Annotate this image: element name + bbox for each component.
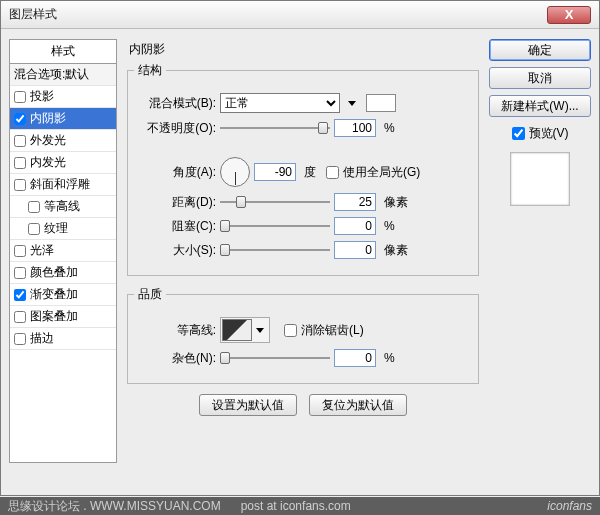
angle-label: 角度(A): <box>134 164 216 181</box>
style-row[interactable]: 光泽 <box>10 240 116 262</box>
distance-slider[interactable] <box>220 195 330 209</box>
style-row[interactable]: 内阴影 <box>10 108 116 130</box>
global-light-label: 使用全局光(G) <box>343 164 420 181</box>
style-label: 图案叠加 <box>30 308 112 325</box>
choke-label: 阻塞(C): <box>134 218 216 235</box>
style-checkbox[interactable] <box>14 135 26 147</box>
style-label: 内发光 <box>30 154 112 171</box>
structure-group: 结构 混合模式(B): 正常 不透明度(O): % <box>127 62 479 276</box>
style-label: 光泽 <box>30 242 112 259</box>
style-label: 颜色叠加 <box>30 264 112 281</box>
reset-default-button[interactable]: 复位为默认值 <box>309 394 407 416</box>
style-label: 投影 <box>30 88 112 105</box>
style-checkbox[interactable] <box>14 267 26 279</box>
style-row[interactable]: 外发光 <box>10 130 116 152</box>
distance-unit: 像素 <box>384 194 408 211</box>
layer-style-dialog: 图层样式 X 样式 混合选项:默认 投影内阴影外发光内发光斜面和浮雕等高线纹理光… <box>0 0 600 496</box>
style-row[interactable]: 内发光 <box>10 152 116 174</box>
style-row[interactable]: 斜面和浮雕 <box>10 174 116 196</box>
style-row[interactable]: 投影 <box>10 86 116 108</box>
contour-picker[interactable] <box>220 317 270 343</box>
quality-group: 品质 等高线: 消除锯齿(L) 杂色(N): % <box>127 286 479 384</box>
styles-list: 混合选项:默认 投影内阴影外发光内发光斜面和浮雕等高线纹理光泽颜色叠加渐变叠加图… <box>9 63 117 463</box>
style-label: 等高线 <box>44 198 112 215</box>
style-label: 纹理 <box>44 220 112 237</box>
style-checkbox[interactable] <box>14 245 26 257</box>
style-row[interactable]: 渐变叠加 <box>10 284 116 306</box>
size-label: 大小(S): <box>134 242 216 259</box>
blending-options-row[interactable]: 混合选项:默认 <box>10 64 116 86</box>
style-label: 内阴影 <box>30 110 112 127</box>
noise-label: 杂色(N): <box>134 350 216 367</box>
style-label: 渐变叠加 <box>30 286 112 303</box>
style-checkbox[interactable] <box>14 113 26 125</box>
style-label: 外发光 <box>30 132 112 149</box>
global-light-checkbox[interactable] <box>326 166 339 179</box>
cancel-button[interactable]: 取消 <box>489 67 591 89</box>
right-column: 确定 取消 新建样式(W)... 预览(V) <box>489 39 591 463</box>
angle-unit: 度 <box>304 164 316 181</box>
preview-checkbox[interactable] <box>512 127 525 140</box>
style-checkbox[interactable] <box>14 311 26 323</box>
footer-left: 思缘设计论坛 . WWW.MISSYUAN.COM <box>8 498 221 515</box>
window-title: 图层样式 <box>9 6 547 23</box>
dropdown-icon <box>348 101 356 106</box>
opacity-slider[interactable] <box>220 121 330 135</box>
style-checkbox[interactable] <box>14 289 26 301</box>
style-checkbox[interactable] <box>14 333 26 345</box>
distance-input[interactable] <box>334 193 376 211</box>
contour-label: 等高线: <box>134 322 216 339</box>
preview-swatch <box>510 152 570 206</box>
quality-legend: 品质 <box>134 286 166 303</box>
opacity-unit: % <box>384 121 395 135</box>
style-row[interactable]: 纹理 <box>10 218 116 240</box>
style-label: 描边 <box>30 330 112 347</box>
style-checkbox[interactable] <box>14 91 26 103</box>
structure-legend: 结构 <box>134 62 166 79</box>
antialias-label: 消除锯齿(L) <box>301 322 364 339</box>
style-checkbox[interactable] <box>28 223 40 235</box>
opacity-input[interactable] <box>334 119 376 137</box>
chevron-down-icon <box>256 328 264 333</box>
noise-unit: % <box>384 351 395 365</box>
settings-panel: 内阴影 结构 混合模式(B): 正常 不透明度(O): % <box>125 39 481 463</box>
styles-header: 样式 <box>9 39 117 63</box>
footer-mid: post at iconfans.com <box>241 499 351 513</box>
style-checkbox[interactable] <box>14 179 26 191</box>
size-slider[interactable] <box>220 243 330 257</box>
distance-label: 距离(D): <box>134 194 216 211</box>
angle-input[interactable] <box>254 163 296 181</box>
style-row[interactable]: 图案叠加 <box>10 306 116 328</box>
titlebar: 图层样式 X <box>1 1 599 29</box>
contour-icon <box>222 319 252 341</box>
ok-button[interactable]: 确定 <box>489 39 591 61</box>
footer-bar: 思缘设计论坛 . WWW.MISSYUAN.COM post at iconfa… <box>0 497 600 515</box>
noise-slider[interactable] <box>220 351 330 365</box>
preview-label: 预览(V) <box>529 125 569 142</box>
blend-mode-select[interactable]: 正常 <box>220 93 340 113</box>
blend-mode-label: 混合模式(B): <box>134 95 216 112</box>
choke-unit: % <box>384 219 395 233</box>
styles-column: 样式 混合选项:默认 投影内阴影外发光内发光斜面和浮雕等高线纹理光泽颜色叠加渐变… <box>9 39 117 463</box>
opacity-label: 不透明度(O): <box>134 120 216 137</box>
choke-input[interactable] <box>334 217 376 235</box>
footer-right: iconfans <box>547 499 592 513</box>
style-label: 斜面和浮雕 <box>30 176 112 193</box>
style-checkbox[interactable] <box>14 157 26 169</box>
choke-slider[interactable] <box>220 219 330 233</box>
style-row[interactable]: 描边 <box>10 328 116 350</box>
style-row[interactable]: 等高线 <box>10 196 116 218</box>
make-default-button[interactable]: 设置为默认值 <box>199 394 297 416</box>
size-input[interactable] <box>334 241 376 259</box>
angle-dial[interactable] <box>220 157 250 187</box>
panel-title: 内阴影 <box>129 41 481 58</box>
size-unit: 像素 <box>384 242 408 259</box>
new-style-button[interactable]: 新建样式(W)... <box>489 95 591 117</box>
blending-options-label: 混合选项:默认 <box>14 66 112 83</box>
style-checkbox[interactable] <box>28 201 40 213</box>
color-swatch[interactable] <box>366 94 396 112</box>
style-row[interactable]: 颜色叠加 <box>10 262 116 284</box>
noise-input[interactable] <box>334 349 376 367</box>
antialias-checkbox[interactable] <box>284 324 297 337</box>
close-button[interactable]: X <box>547 6 591 24</box>
